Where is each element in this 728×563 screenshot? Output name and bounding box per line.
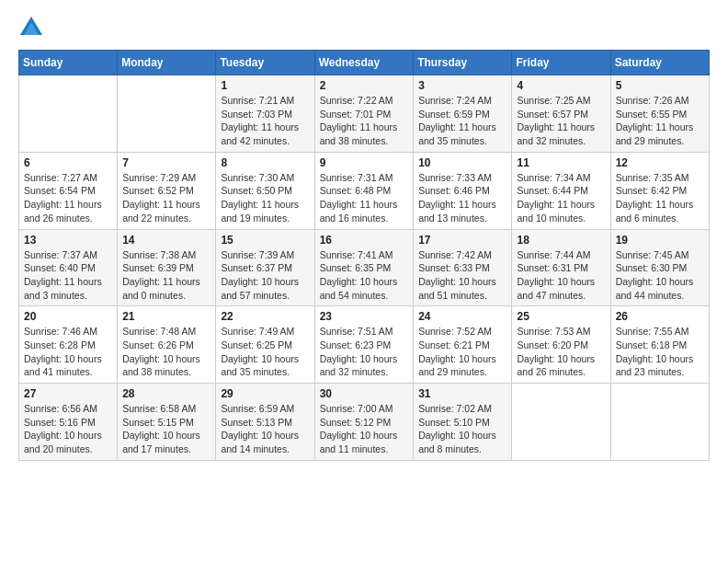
day-detail: Sunrise: 7:41 AMSunset: 6:35 PMDaylight:… xyxy=(320,248,409,303)
week-row-4: 20Sunrise: 7:46 AMSunset: 6:28 PMDayligh… xyxy=(19,306,710,384)
calendar-cell: 18Sunrise: 7:44 AMSunset: 6:31 PMDayligh… xyxy=(512,229,610,306)
day-detail: Sunrise: 6:58 AMSunset: 5:15 PMDaylight:… xyxy=(122,402,210,456)
day-detail: Sunrise: 7:00 AMSunset: 5:12 PMDaylight:… xyxy=(320,402,409,456)
calendar-cell: 13Sunrise: 7:37 AMSunset: 6:40 PMDayligh… xyxy=(19,229,118,306)
calendar-cell: 5Sunrise: 7:26 AMSunset: 6:55 PMDaylight… xyxy=(610,75,709,153)
calendar-cell: 14Sunrise: 7:38 AMSunset: 6:39 PMDayligh… xyxy=(118,229,216,306)
calendar-cell: 11Sunrise: 7:34 AMSunset: 6:44 PMDayligh… xyxy=(512,152,610,229)
day-number: 23 xyxy=(320,310,409,323)
day-detail: Sunrise: 7:46 AMSunset: 6:28 PMDaylight:… xyxy=(24,325,112,379)
weekday-header-friday: Friday xyxy=(512,51,610,75)
day-number: 9 xyxy=(320,156,409,169)
day-detail: Sunrise: 7:31 AMSunset: 6:48 PMDaylight:… xyxy=(320,171,409,225)
week-row-1: 1Sunrise: 7:21 AMSunset: 7:03 PMDaylight… xyxy=(19,75,710,153)
day-number: 16 xyxy=(320,234,409,247)
day-number: 24 xyxy=(418,310,506,323)
calendar-cell: 1Sunrise: 7:21 AMSunset: 7:03 PMDaylight… xyxy=(216,75,314,153)
calendar-cell: 15Sunrise: 7:39 AMSunset: 6:37 PMDayligh… xyxy=(216,229,314,306)
day-number: 13 xyxy=(24,234,112,247)
day-number: 17 xyxy=(418,234,506,247)
week-row-2: 6Sunrise: 7:27 AMSunset: 6:54 PMDaylight… xyxy=(19,152,710,229)
calendar-cell xyxy=(512,384,610,461)
day-detail: Sunrise: 7:29 AMSunset: 6:52 PMDaylight:… xyxy=(122,171,210,225)
day-number: 22 xyxy=(221,310,309,323)
logo xyxy=(18,15,48,40)
day-detail: Sunrise: 7:48 AMSunset: 6:26 PMDaylight:… xyxy=(122,325,210,379)
day-detail: Sunrise: 7:52 AMSunset: 6:21 PMDaylight:… xyxy=(418,325,506,379)
day-detail: Sunrise: 7:21 AMSunset: 7:03 PMDaylight:… xyxy=(221,94,309,148)
calendar-cell: 21Sunrise: 7:48 AMSunset: 6:26 PMDayligh… xyxy=(118,306,216,384)
week-row-3: 13Sunrise: 7:37 AMSunset: 6:40 PMDayligh… xyxy=(19,229,710,306)
day-detail: Sunrise: 7:51 AMSunset: 6:23 PMDaylight:… xyxy=(320,325,409,379)
weekday-header-sunday: Sunday xyxy=(19,51,118,75)
day-number: 4 xyxy=(517,79,605,92)
calendar-cell: 2Sunrise: 7:22 AMSunset: 7:01 PMDaylight… xyxy=(314,75,414,153)
day-detail: Sunrise: 7:49 AMSunset: 6:25 PMDaylight:… xyxy=(221,325,309,379)
weekday-header-tuesday: Tuesday xyxy=(216,51,314,75)
calendar-cell: 6Sunrise: 7:27 AMSunset: 6:54 PMDaylight… xyxy=(19,152,118,229)
calendar-cell: 30Sunrise: 7:00 AMSunset: 5:12 PMDayligh… xyxy=(314,384,414,461)
day-number: 25 xyxy=(517,310,605,323)
day-number: 30 xyxy=(320,387,409,400)
day-number: 31 xyxy=(418,387,506,400)
day-detail: Sunrise: 7:53 AMSunset: 6:20 PMDaylight:… xyxy=(517,325,605,379)
day-number: 3 xyxy=(418,79,506,92)
day-detail: Sunrise: 7:27 AMSunset: 6:54 PMDaylight:… xyxy=(24,171,112,225)
day-number: 12 xyxy=(616,156,704,169)
day-number: 26 xyxy=(616,310,704,323)
calendar-cell xyxy=(118,75,216,153)
day-detail: Sunrise: 7:45 AMSunset: 6:30 PMDaylight:… xyxy=(616,248,704,303)
day-detail: Sunrise: 7:34 AMSunset: 6:44 PMDaylight:… xyxy=(517,171,605,225)
day-detail: Sunrise: 6:56 AMSunset: 5:16 PMDaylight:… xyxy=(24,402,112,456)
day-detail: Sunrise: 7:44 AMSunset: 6:31 PMDaylight:… xyxy=(517,248,605,303)
calendar-cell: 3Sunrise: 7:24 AMSunset: 6:59 PMDaylight… xyxy=(414,75,512,153)
day-detail: Sunrise: 7:37 AMSunset: 6:40 PMDaylight:… xyxy=(24,248,112,303)
day-number: 18 xyxy=(517,234,605,247)
calendar-cell: 17Sunrise: 7:42 AMSunset: 6:33 PMDayligh… xyxy=(414,229,512,306)
day-number: 29 xyxy=(221,387,309,400)
day-detail: Sunrise: 7:25 AMSunset: 6:57 PMDaylight:… xyxy=(517,94,605,148)
calendar-cell: 28Sunrise: 6:58 AMSunset: 5:15 PMDayligh… xyxy=(118,384,216,461)
day-detail: Sunrise: 7:35 AMSunset: 6:42 PMDaylight:… xyxy=(616,171,704,225)
calendar-cell: 16Sunrise: 7:41 AMSunset: 6:35 PMDayligh… xyxy=(314,229,414,306)
weekday-header-wednesday: Wednesday xyxy=(314,51,414,75)
calendar-cell: 27Sunrise: 6:56 AMSunset: 5:16 PMDayligh… xyxy=(19,384,118,461)
day-number: 6 xyxy=(24,156,112,169)
calendar-cell: 23Sunrise: 7:51 AMSunset: 6:23 PMDayligh… xyxy=(314,306,414,384)
day-number: 7 xyxy=(122,156,210,169)
weekday-header-monday: Monday xyxy=(118,51,216,75)
day-detail: Sunrise: 7:26 AMSunset: 6:55 PMDaylight:… xyxy=(616,94,704,148)
calendar-cell: 8Sunrise: 7:30 AMSunset: 6:50 PMDaylight… xyxy=(216,152,314,229)
day-number: 5 xyxy=(616,79,704,92)
calendar-cell xyxy=(610,384,709,461)
day-detail: Sunrise: 7:22 AMSunset: 7:01 PMDaylight:… xyxy=(320,94,409,148)
calendar-cell: 26Sunrise: 7:55 AMSunset: 6:18 PMDayligh… xyxy=(610,306,709,384)
day-number: 15 xyxy=(221,234,309,247)
day-detail: Sunrise: 7:42 AMSunset: 6:33 PMDaylight:… xyxy=(418,248,506,303)
calendar-cell: 10Sunrise: 7:33 AMSunset: 6:46 PMDayligh… xyxy=(414,152,512,229)
calendar-cell: 22Sunrise: 7:49 AMSunset: 6:25 PMDayligh… xyxy=(216,306,314,384)
day-number: 14 xyxy=(122,234,210,247)
day-number: 27 xyxy=(24,387,112,400)
day-number: 2 xyxy=(320,79,409,92)
logo-icon xyxy=(18,15,44,40)
calendar-cell: 12Sunrise: 7:35 AMSunset: 6:42 PMDayligh… xyxy=(610,152,709,229)
calendar: SundayMondayTuesdayWednesdayThursdayFrid… xyxy=(18,50,710,461)
day-number: 28 xyxy=(122,387,210,400)
day-detail: Sunrise: 7:38 AMSunset: 6:39 PMDaylight:… xyxy=(122,248,210,303)
page-header xyxy=(18,15,710,40)
calendar-cell: 4Sunrise: 7:25 AMSunset: 6:57 PMDaylight… xyxy=(512,75,610,153)
day-number: 19 xyxy=(616,234,704,247)
day-detail: Sunrise: 7:33 AMSunset: 6:46 PMDaylight:… xyxy=(418,171,506,225)
calendar-cell: 9Sunrise: 7:31 AMSunset: 6:48 PMDaylight… xyxy=(314,152,414,229)
weekday-header-thursday: Thursday xyxy=(414,51,512,75)
week-row-5: 27Sunrise: 6:56 AMSunset: 5:16 PMDayligh… xyxy=(19,384,710,461)
day-detail: Sunrise: 7:24 AMSunset: 6:59 PMDaylight:… xyxy=(418,94,506,148)
calendar-cell: 19Sunrise: 7:45 AMSunset: 6:30 PMDayligh… xyxy=(610,229,709,306)
calendar-cell: 31Sunrise: 7:02 AMSunset: 5:10 PMDayligh… xyxy=(414,384,512,461)
calendar-body: 1Sunrise: 7:21 AMSunset: 7:03 PMDaylight… xyxy=(19,75,710,461)
day-detail: Sunrise: 7:55 AMSunset: 6:18 PMDaylight:… xyxy=(616,325,704,379)
day-detail: Sunrise: 7:30 AMSunset: 6:50 PMDaylight:… xyxy=(221,171,309,225)
calendar-cell xyxy=(19,75,118,153)
calendar-cell: 20Sunrise: 7:46 AMSunset: 6:28 PMDayligh… xyxy=(19,306,118,384)
